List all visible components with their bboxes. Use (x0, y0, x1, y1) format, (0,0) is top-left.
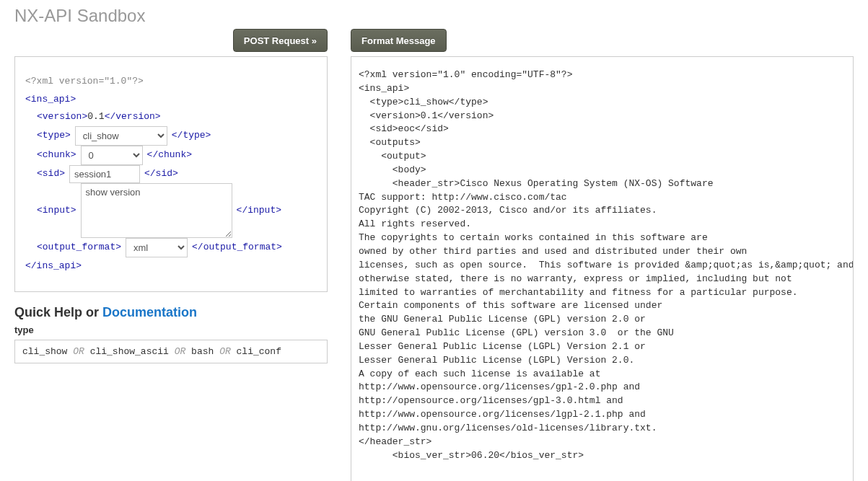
help-or-2: OR (219, 346, 231, 357)
help-opt-3: cli_conf (237, 346, 281, 357)
format-message-button[interactable]: Format Message (351, 29, 447, 52)
help-or-0: OR (73, 346, 84, 357)
chunk-select[interactable]: 0 (81, 146, 143, 165)
response-panel[interactable]: <?xml version="1.0" encoding="UTF-8"?> <… (351, 56, 854, 481)
request-panel: <?xml version="1.0"?> <ins_api> <version… (14, 56, 328, 292)
sid-close: </sid> (144, 165, 178, 183)
help-opt-0: cli_show (22, 346, 67, 357)
input-close: </input> (237, 202, 281, 220)
page-title: NX-API Sandbox (14, 6, 854, 26)
documentation-link[interactable]: Documentation (102, 305, 197, 319)
sid-open: <sid> (37, 165, 65, 183)
chunk-close: </chunk> (147, 146, 192, 164)
type-open: <type> (37, 127, 71, 145)
output-format-close: </output_format> (192, 239, 282, 257)
quick-help-prefix: Quick Help or (14, 305, 102, 319)
help-type-label: type (14, 325, 328, 335)
input-open: <input> (37, 202, 76, 220)
output-format-select[interactable]: xml (126, 238, 188, 257)
ins-api-open: <ins_api> (25, 91, 317, 109)
help-type-options: cli_show OR cli_show_ascii OR bash OR cl… (14, 340, 328, 363)
help-opt-2: bash (191, 346, 214, 357)
ins-api-close: </ins_api> (25, 257, 317, 275)
xml-declaration: <?xml version="1.0"?> (25, 73, 317, 91)
version-open: <version> (37, 111, 87, 122)
help-or-1: OR (175, 346, 186, 357)
post-request-button[interactable]: POST Request » (233, 29, 328, 52)
help-opt-1: cli_show_ascii (90, 346, 169, 357)
version-value: 0.1 (87, 111, 104, 122)
type-select[interactable]: cli_show (75, 126, 167, 146)
input-textarea[interactable] (81, 183, 232, 238)
quick-help-heading: Quick Help or Documentation (14, 305, 328, 320)
sid-input[interactable] (69, 165, 140, 183)
output-format-open: <output_format> (37, 239, 121, 257)
type-close: </type> (172, 127, 211, 145)
chunk-open: <chunk> (37, 146, 76, 164)
version-close: </version> (105, 111, 161, 122)
